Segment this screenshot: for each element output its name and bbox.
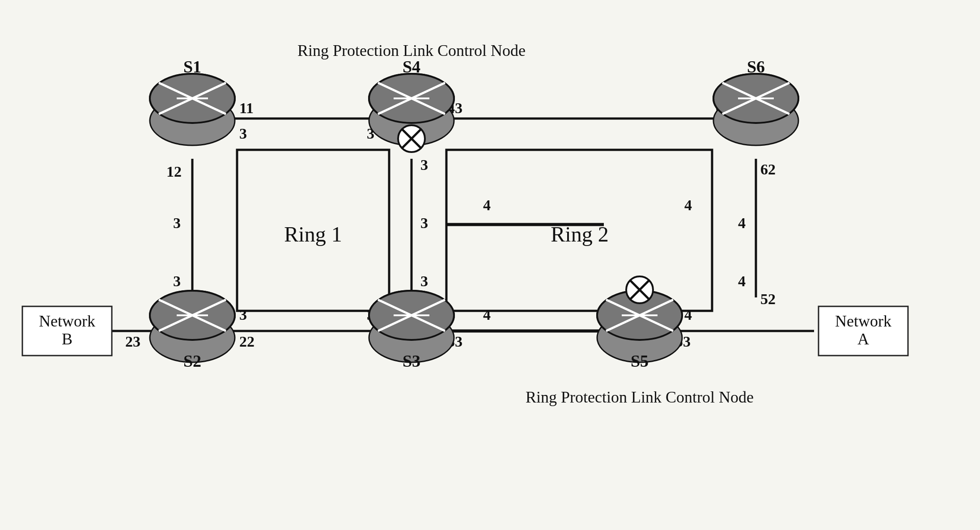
router-s6: S6 [713, 57, 798, 145]
ring1-label: Ring 1 [284, 222, 342, 246]
cost-s6-right-top: 4 [738, 215, 746, 231]
cost-s2-bot: 3 [239, 306, 247, 323]
label-s6: S6 [747, 57, 765, 76]
subtitle-s4: Ring Protection Link Control Node [297, 42, 526, 59]
router-s2: S2 [150, 291, 235, 370]
label-s3: S3 [403, 352, 420, 370]
network-a-label: Network [835, 312, 891, 330]
cost-s4-right: 3 [420, 215, 428, 231]
cost-s1-left: 3 [173, 215, 181, 231]
cost-s5-r2top: 4 [684, 197, 692, 213]
cost-s6-right-bot: 4 [738, 273, 746, 289]
router-s5: S5 Ring Protection Link Control Node [526, 276, 754, 406]
port-s4-41b: 3 [420, 157, 428, 173]
cost-s5-r2bot: 4 [684, 306, 692, 323]
network-b-label2: B [62, 330, 72, 348]
cost-s2-left: 3 [173, 273, 181, 289]
port-s6-62: 62 [760, 161, 776, 178]
port-s1-12: 12 [166, 163, 182, 180]
label-s1: S1 [183, 57, 201, 76]
cost-s1-top: 3 [239, 125, 247, 142]
label-s4: S4 [403, 57, 420, 76]
diagram-container: 11 12 42 43 41 3 61 62 21 22 23 31 32 33… [0, 0, 980, 530]
router-s1: S1 [150, 57, 235, 145]
network-a-label2: A [857, 330, 869, 348]
port-s5-52: 52 [760, 291, 776, 307]
port-s1-11: 11 [239, 100, 254, 116]
network-b-label: Network [39, 312, 95, 330]
port-s2-23: 23 [125, 333, 140, 350]
label-s2: S2 [183, 352, 201, 370]
subtitle-s5: Ring Protection Link Control Node [526, 388, 754, 406]
router-s3: S3 [369, 291, 454, 370]
ring2-label: Ring 2 [551, 222, 608, 246]
label-s5: S5 [631, 352, 649, 370]
cost-s3-r2bot: 4 [483, 306, 491, 323]
router-s4: S4 Ring Protection Link Control Node [297, 42, 526, 152]
cost-s4-r2top: 4 [483, 197, 491, 213]
port-s2-22: 22 [239, 333, 255, 350]
cost-s3-right: 3 [420, 273, 428, 289]
